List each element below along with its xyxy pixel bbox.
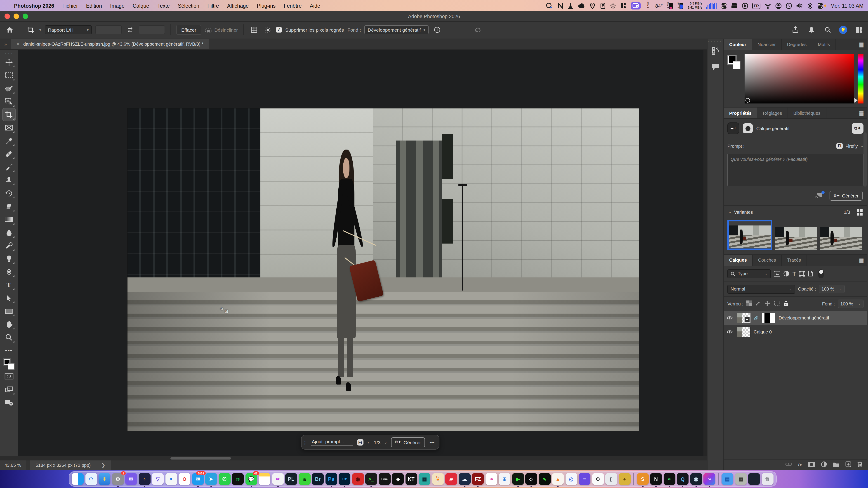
document-icon[interactable] [600,2,606,10]
horizontal-scrollbar-thumb[interactable] [170,457,231,459]
saturation-field[interactable] [745,54,854,103]
dock-firefox[interactable]: ◔ [138,473,150,485]
dock-messages[interactable]: 💬43 [245,473,257,485]
previous-variant-button[interactable]: ‹ [368,440,369,445]
dock-cocktail-app[interactable]: 🍹 [432,473,444,485]
layer-filter-select[interactable]: Type ⌄ [727,269,771,278]
delete-icon[interactable] [857,461,863,468]
hue-pointer[interactable] [855,98,858,103]
workspace-icon[interactable] [854,25,864,35]
dock-sublime-text[interactable]: S [637,473,649,485]
generate-button[interactable]: ⧉✦Générer [391,437,425,447]
layer-thumbnail[interactable] [737,327,750,337]
model-caret-icon[interactable]: ⌄ [861,144,864,148]
dock-spotify[interactable]: ≋ [232,473,244,485]
tab-biblioth-ques[interactable]: Bibliothèques [788,107,826,119]
time-machine-icon[interactable] [785,2,792,10]
dock-red-robot-app[interactable]: ◉ [352,473,364,485]
menu-item-plug-ins[interactable]: Plug-ins [253,3,280,8]
tab-r-glages[interactable]: Réglages [757,107,788,119]
dock-ollama[interactable]: ʘ [592,473,604,485]
tab-nuancier[interactable]: Nuancier [752,39,782,50]
adobe-cc-icon[interactable] [546,2,553,10]
mem-meter[interactable]: MEM [677,2,684,10]
pin-icon[interactable] [589,2,596,10]
close-tab-icon[interactable]: ✕ [16,42,20,46]
prompt-textarea[interactable]: Que voulez-vous générer ? (Facultatif) [727,154,864,186]
dock-notion-desktop[interactable]: N [650,473,662,485]
lock-pixels-icon[interactable] [755,300,761,307]
vertical-scrollbar[interactable] [704,50,707,456]
control-center-icon[interactable] [817,2,826,10]
task-bar-more-button[interactable]: ••• [430,440,434,445]
layer-row-1[interactable]: ✦🔗Développement génératif [724,311,867,325]
filter-smart-objects-icon[interactable] [808,271,813,276]
screen-mode-button[interactable] [2,383,16,396]
dock-photomator[interactable]: PL [285,473,297,485]
canvas-area[interactable]: ⌖⊡ ········ Ajout. prompt... Fi ‹ 1/3 › … [18,50,707,456]
input-source-fr[interactable]: FR [752,2,761,10]
crop-preset-caret[interactable]: ▾ [39,28,41,32]
move-tool[interactable] [2,56,16,69]
layer-name[interactable]: Calque 0 [754,329,772,334]
filter-adjustment-layers-icon[interactable] [783,271,789,276]
dock-terminal[interactable]: >_ [365,473,377,485]
temperature-reading[interactable]: 84° [655,2,663,10]
fill-opacity-input[interactable]: 100 % ⌄ [838,299,864,308]
menu-item-s-lection[interactable]: Sélection [174,3,204,8]
dock-lightroom-classic[interactable]: LrC [339,473,350,485]
reference-image-icon[interactable] [815,192,823,199]
lock-transparency-icon[interactable] [746,300,752,307]
dock-spark-mail[interactable]: ✉ [125,473,137,485]
tab-couches[interactable]: Couches [753,255,782,265]
dock-image-file[interactable]: ▦ [735,473,747,485]
comments-icon[interactable] [710,61,721,73]
document-image[interactable]: ⌖⊡ [127,108,639,431]
adjustment-icon[interactable] [821,461,827,468]
network-speeds[interactable]: 0,5 KB/s6,41 MB/s [688,2,702,10]
menu-item-edition[interactable]: Edition [82,3,106,8]
variant-thumbnail-2[interactable] [775,227,817,250]
generative-new-button[interactable] [2,396,16,409]
play-circle-icon[interactable] [742,2,748,10]
dock-notes[interactable] [258,473,270,485]
dock-filezilla[interactable]: FZ [472,473,484,485]
dock-black-diamond-app[interactable]: ◇ [525,473,537,485]
straighten-group[interactable]: Désincliner [205,27,238,33]
tab-trac-s[interactable]: Tracés [782,255,807,265]
dock-mail[interactable]: ✉5858 [192,473,204,485]
dock-weather[interactable]: ☀ [98,473,110,485]
discover-icon[interactable]: 💡 [839,26,847,34]
dock-green-a-app[interactable]: a [299,473,310,485]
object-selection-tool[interactable] [2,95,16,108]
link-layers-icon[interactable] [785,462,792,467]
toolbar-grip[interactable]: ·········· [5,51,12,54]
layer-thumbnail[interactable]: ✦ [737,313,750,323]
dock-audio-bars-app[interactable]: ıılı [485,473,497,485]
delete-cropped-checkbox[interactable]: ✓ [276,27,282,33]
vlc-icon[interactable] [567,2,574,10]
opacity-input[interactable]: 100 % ⌄ [819,285,844,293]
rectangular-marquee-tool[interactable] [2,69,16,82]
dock-remote-desktop[interactable]: ⊞ [499,473,510,485]
dock-whatsapp[interactable]: ✆ [219,473,230,485]
tab-calques[interactable]: Calques [724,255,753,265]
clone-stamp-tool[interactable] [2,173,16,187]
smudge-tool[interactable] [2,239,16,252]
crop-height-input[interactable] [139,25,165,34]
reset-icon[interactable] [473,25,483,35]
clear-button[interactable]: Effacer [176,25,201,35]
task-bar-drag-handle[interactable]: ········ [304,439,306,445]
dock-steam[interactable]: ◉ [690,473,702,485]
panel-fg-bg-swatches[interactable] [727,54,741,103]
dock-video-editor[interactable]: ▦ [418,473,430,485]
variant-thumbnail-3[interactable] [819,227,862,250]
layer-row-2[interactable]: Calque 0 [724,325,867,339]
dock-red-shield-app[interactable]: ▰ [445,473,457,485]
dodge-tool[interactable] [2,252,16,265]
next-variant-button[interactable]: › [385,440,386,445]
dock-blue-swoosh-app[interactable]: ◠ [85,473,97,485]
user-icon[interactable] [775,2,781,10]
model-fi-badge[interactable]: Fi [836,143,843,149]
panel-generate-button[interactable]: ⧉✦Générer [829,191,863,201]
